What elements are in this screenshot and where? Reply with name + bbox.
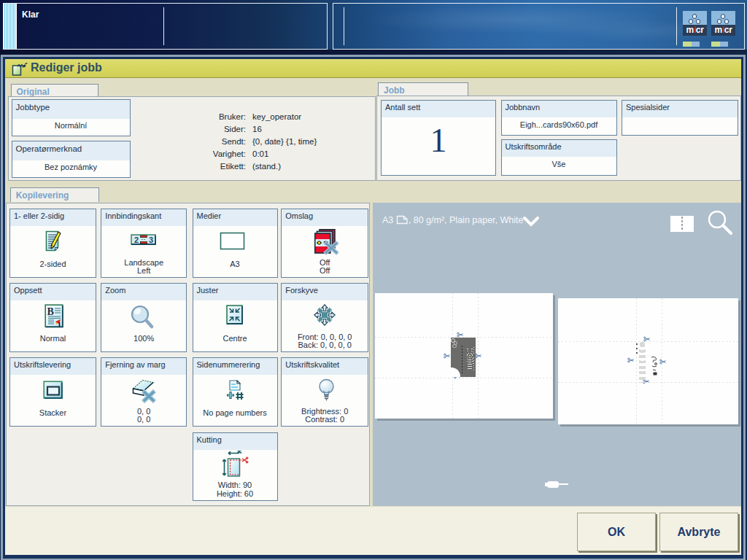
svg-text:B: B bbox=[47, 306, 54, 317]
svg-text:3: 3 bbox=[149, 236, 153, 244]
svg-text:2: 2 bbox=[134, 236, 139, 244]
